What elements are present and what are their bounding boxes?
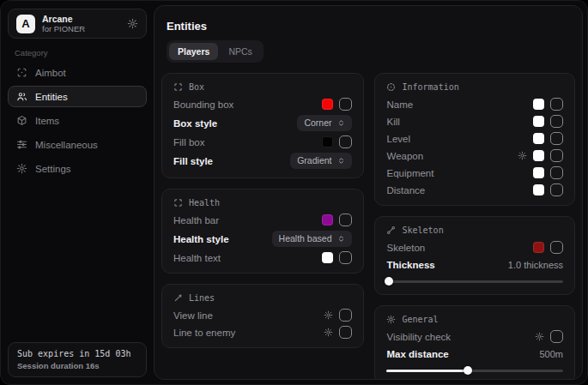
color-swatch[interactable] <box>533 133 544 144</box>
page-title: Entities <box>167 20 575 33</box>
panel-columns: Box Bounding box Box style Corner <box>161 73 575 380</box>
health-text-checkbox[interactable] <box>339 251 352 264</box>
configure-gear-icon[interactable] <box>518 151 527 160</box>
row-label: Name <box>386 99 413 110</box>
sidebar-item-aimbot[interactable]: Aimbot <box>8 62 147 83</box>
slider-fill <box>386 370 468 372</box>
fill-box-row: Fill box <box>173 135 352 148</box>
health-panel: Health Health bar Health style Health ba… <box>161 189 364 274</box>
kill-checkbox[interactable] <box>550 115 563 128</box>
app-window: A Arcane for PIONER Category <box>0 0 588 385</box>
general-panel: General Visibility check <box>374 305 575 380</box>
panel-title: General <box>402 315 438 324</box>
color-swatch[interactable] <box>533 167 544 178</box>
box-panel-header: Box <box>173 81 352 93</box>
general-panel-header: General <box>386 313 563 326</box>
name-checkbox[interactable] <box>550 98 563 111</box>
health-style-row: Health style Health based <box>173 231 352 247</box>
level-checkbox[interactable] <box>550 132 563 145</box>
sidebar-item-entities[interactable]: Entities <box>8 86 147 107</box>
color-swatch[interactable] <box>322 136 333 147</box>
slider-thumb[interactable] <box>385 277 393 286</box>
max-distance-row: Max distance 500m <box>386 347 563 360</box>
row-label: Fill style <box>173 156 213 166</box>
sidebar-item-label: Aimbot <box>35 68 66 78</box>
color-swatch[interactable] <box>533 184 544 196</box>
color-swatch[interactable] <box>533 116 544 127</box>
tab-npcs[interactable]: NPCs <box>220 43 260 60</box>
panel-title: Skeleton <box>402 226 443 235</box>
app-title: Arcane <box>42 14 120 25</box>
skeleton-panel-header: Skeleton <box>386 224 563 237</box>
panel-title: Box <box>189 82 204 92</box>
thickness-row: Thickness 1.0 thickness <box>386 258 563 271</box>
row-label: Box style <box>173 118 217 129</box>
slider-fill <box>386 280 388 283</box>
sidebar-item-miscellaneous[interactable]: Miscellaneous <box>8 134 147 155</box>
health-panel-header: Health <box>173 196 352 209</box>
crosshair-scan-icon <box>16 67 27 78</box>
distance-checkbox[interactable] <box>550 183 563 196</box>
color-swatch[interactable] <box>322 99 333 110</box>
health-style-dropdown[interactable]: Health based <box>272 231 353 247</box>
unfold-icon <box>337 157 345 165</box>
tab-players[interactable]: Players <box>169 43 218 60</box>
corner-brackets-icon <box>173 82 183 92</box>
sidebar-item-label: Miscellaneous <box>35 140 98 150</box>
corner-brackets-icon <box>173 198 183 208</box>
session-duration-text: Session duration 16s <box>17 361 137 370</box>
box-style-dropdown[interactable]: Corner <box>297 115 352 131</box>
information-panel: Information Name Kill <box>374 73 575 206</box>
slider-thumb[interactable] <box>464 366 472 375</box>
color-swatch[interactable] <box>322 252 333 263</box>
sidebar-nav: Aimbot Entities <box>8 62 147 179</box>
row-label: Visibility check <box>386 332 451 342</box>
box-style-row: Box style Corner <box>173 115 352 131</box>
row-label: Thickness <box>386 260 434 270</box>
bone-icon <box>386 226 396 235</box>
row-label: Fill box <box>173 137 204 147</box>
sidebar-item-items[interactable]: Items <box>8 110 147 131</box>
slider-track[interactable] <box>386 280 563 283</box>
weapon-checkbox[interactable] <box>550 149 563 162</box>
color-swatch[interactable] <box>533 99 544 110</box>
configure-gear-icon[interactable] <box>535 332 544 341</box>
equipment-checkbox[interactable] <box>550 166 563 179</box>
fill-box-checkbox[interactable] <box>339 135 352 148</box>
health-bar-checkbox[interactable] <box>339 214 352 226</box>
bounding-box-row: Bounding box <box>173 98 352 111</box>
color-swatch[interactable] <box>533 242 544 253</box>
thickness-slider[interactable] <box>386 277 563 286</box>
configure-gear-icon[interactable] <box>324 328 333 337</box>
color-swatch[interactable] <box>322 214 333 226</box>
thickness-value: 1.0 thickness <box>508 260 563 270</box>
lines-panel-header: Lines <box>173 292 352 304</box>
row-label: Equipment <box>386 168 433 178</box>
max-distance-slider[interactable] <box>386 366 563 375</box>
gear-icon <box>16 163 27 174</box>
bounding-box-checkbox[interactable] <box>339 98 352 111</box>
skeleton-checkbox[interactable] <box>550 241 563 254</box>
fill-style-dropdown[interactable]: Gradient <box>290 153 352 169</box>
line-to-enemy-row: Line to enemy <box>173 326 352 339</box>
row-label: Bounding box <box>173 99 233 110</box>
unfold-icon <box>337 119 345 127</box>
slider-track[interactable] <box>386 370 563 372</box>
view-line-checkbox[interactable] <box>339 309 352 322</box>
left-column: Box Bounding box Box style Corner <box>161 73 364 380</box>
dropdown-value: Health based <box>279 233 332 244</box>
visibility-check-checkbox[interactable] <box>550 330 563 343</box>
information-panel-header: Information <box>386 81 563 93</box>
configure-gear-icon[interactable] <box>324 310 333 320</box>
sidebar-item-label: Entities <box>35 92 68 102</box>
health-bar-row: Health bar <box>173 214 352 226</box>
diagonal-line-icon <box>173 293 183 303</box>
dropdown-value: Gradient <box>297 155 331 166</box>
account-gear-icon[interactable] <box>127 18 138 29</box>
sidebar-item-settings[interactable]: Settings <box>8 158 147 179</box>
logo-text: Arcane for PIONER <box>42 14 120 34</box>
equipment-row: Equipment <box>386 166 563 179</box>
line-to-enemy-checkbox[interactable] <box>339 326 352 339</box>
sidebar-item-label: Settings <box>35 164 71 174</box>
color-swatch[interactable] <box>533 150 544 161</box>
